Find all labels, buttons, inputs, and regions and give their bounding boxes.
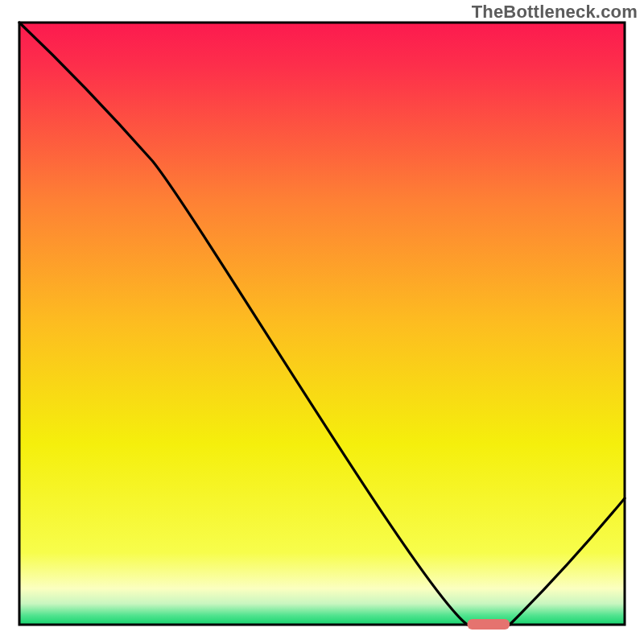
optimal-marker [467, 619, 510, 630]
bottleneck-chart [0, 0, 644, 644]
chart-frame: TheBottleneck.com [0, 0, 644, 644]
watermark-text: TheBottleneck.com [472, 2, 638, 23]
